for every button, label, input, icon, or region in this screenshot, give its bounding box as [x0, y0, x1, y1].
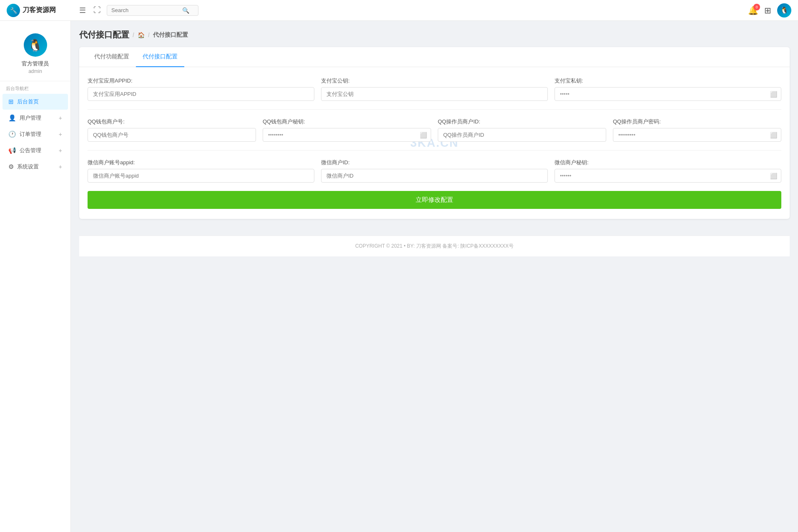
wechat-appid-label: 微信商户账号appid: — [88, 159, 314, 166]
sidebar-label-settings: 系统设置 — [17, 163, 39, 171]
qq-secret-input[interactable] — [263, 128, 431, 142]
qq-row: QQ钱包商户号: QQ钱包商户秘钥: ⬜ QQ操作员商户ID: — [88, 118, 781, 142]
qq-operator-pwd-toggle[interactable]: ⬜ — [770, 132, 777, 138]
header-right: 🔔 0 ⊞ 🐧 — [748, 3, 791, 18]
main-content: 代付接口配置 / 🏠 / 代付接口配置 代付功能配置 代付接口配置 3KA.CN… — [71, 21, 798, 532]
wechat-merchant-id-group: 微信商户ID: — [321, 159, 548, 183]
sidebar-item-settings[interactable]: ⚙ 系统设置 + — [3, 159, 68, 175]
sidebar-item-left: 📢 公告管理 — [8, 147, 41, 154]
wechat-merchant-id-label: 微信商户ID: — [321, 159, 548, 166]
qq-operator-pwd-input[interactable] — [613, 128, 781, 142]
wechat-secret-group: 微信商户秘钥: ⬜ — [555, 159, 781, 183]
wechat-secret-label: 微信商户秘钥: — [555, 159, 781, 166]
grid-icon: ⊞ — [764, 6, 771, 15]
wechat-secret-input[interactable] — [555, 169, 781, 183]
divider-1 — [88, 109, 781, 110]
sidebar-username: 官方管理员 — [22, 60, 49, 68]
orders-expand-icon[interactable]: + — [59, 131, 62, 138]
orders-icon: 🕐 — [8, 130, 16, 138]
footer-text: COPYRIGHT © 2021 • BY: 刀客资源网 备案号: 陕ICP备X… — [355, 243, 514, 249]
alipay-appid-input[interactable] — [88, 87, 314, 101]
breadcrumb: 代付接口配置 / 🏠 / 代付接口配置 — [79, 29, 790, 40]
avatar-img: 🐧 — [777, 3, 791, 18]
notification-badge: 0 — [753, 4, 760, 10]
announcements-icon: 📢 — [8, 147, 16, 154]
user-avatar-header[interactable]: 🐧 — [777, 3, 791, 18]
divider-2 — [88, 150, 781, 151]
qq-secret-label: QQ钱包商户秘钥: — [263, 118, 431, 125]
sidebar-avatar: 🐧 — [24, 33, 47, 57]
config-card: 代付功能配置 代付接口配置 3KA.CN 支付宝应用APPID: 支付宝公钥: — [79, 47, 790, 219]
dashboard-icon: ⊞ — [8, 98, 14, 105]
settings-expand-icon[interactable]: + — [59, 163, 62, 170]
wechat-appid-input[interactable] — [88, 169, 314, 183]
alipay-pubkey-input[interactable] — [321, 87, 548, 101]
sidebar-item-left: ⊞ 后台首页 — [8, 98, 39, 105]
sidebar-item-left: ⚙ 系统设置 — [8, 163, 39, 171]
alipay-privkey-input[interactable] — [555, 87, 781, 101]
qq-secret-toggle[interactable]: ⬜ — [420, 132, 427, 138]
sidebar-label-dashboard: 后台首页 — [17, 98, 39, 105]
search-box: 🔍 — [107, 5, 198, 16]
header-controls: ☰ ⛶ 🔍 — [78, 4, 748, 17]
grid-menu[interactable]: ⊞ — [764, 5, 771, 15]
sidebar-item-users[interactable]: 👤 用户管理 + — [3, 110, 68, 126]
search-icon: 🔍 — [182, 7, 189, 14]
alipay-appid-label: 支付宝应用APPID: — [88, 77, 314, 85]
qq-operator-pwd-label: QQ操作员商户密码: — [613, 118, 781, 125]
sidebar-item-orders[interactable]: 🕐 订单管理 + — [3, 126, 68, 142]
alipay-privkey-toggle[interactable]: ⬜ — [770, 91, 777, 98]
sidebar-user: 🐧 官方管理员 admin — [0, 25, 70, 81]
sidebar-label-orders: 订单管理 — [20, 130, 41, 138]
logo-icon: 🔧 — [7, 4, 20, 17]
sidebar-item-announcements[interactable]: 📢 公告管理 + — [3, 143, 68, 158]
qq-secret-group: QQ钱包商户秘钥: ⬜ — [263, 118, 431, 142]
users-icon: 👤 — [8, 114, 16, 122]
breadcrumb-title: 代付接口配置 — [79, 29, 129, 40]
alipay-pubkey-label: 支付宝公钥: — [321, 77, 548, 85]
sidebar: 🐧 官方管理员 admin 后台导航栏 ⊞ 后台首页 👤 用户管理 + 🕐 订单… — [0, 21, 71, 532]
layout: 🐧 官方管理员 admin 后台导航栏 ⊞ 后台首页 👤 用户管理 + 🕐 订单… — [0, 21, 798, 532]
breadcrumb-current: 代付接口配置 — [153, 31, 188, 39]
search-input[interactable] — [111, 7, 182, 13]
qq-merchant-input[interactable] — [88, 128, 256, 142]
breadcrumb-sep2: / — [148, 32, 150, 38]
breadcrumb-home[interactable]: 🏠 — [138, 32, 145, 38]
footer: COPYRIGHT © 2021 • BY: 刀客资源网 备案号: 陕ICP备X… — [79, 236, 790, 256]
qq-merchant-label: QQ钱包商户号: — [88, 118, 256, 125]
sidebar-item-dashboard[interactable]: ⊞ 后台首页 — [3, 94, 68, 110]
wechat-merchant-id-input[interactable] — [321, 169, 548, 183]
notification-bell[interactable]: 🔔 0 — [748, 5, 758, 15]
wechat-appid-group: 微信商户账号appid: — [88, 159, 314, 183]
qq-operator-id-input[interactable] — [438, 128, 606, 142]
tab-interface[interactable]: 代付接口配置 — [136, 47, 184, 67]
menu-toggle-icon[interactable]: ☰ — [78, 4, 88, 17]
wechat-secret-toggle[interactable]: ⬜ — [770, 173, 777, 179]
wechat-row: 微信商户账号appid: 微信商户ID: 微信商户秘钥: ⬜ — [88, 159, 781, 183]
submit-button[interactable]: 立即修改配置 — [88, 191, 781, 209]
wechat-secret-wrap: ⬜ — [555, 169, 781, 183]
site-name: 刀客资源网 — [23, 6, 56, 15]
alipay-privkey-wrap: ⬜ — [555, 87, 781, 101]
logo: 🔧 刀客资源网 — [7, 4, 78, 17]
qq-operator-pwd-group: QQ操作员商户密码: ⬜ — [613, 118, 781, 142]
settings-icon: ⚙ — [8, 163, 14, 171]
alipay-privkey-group: 支付宝私钥: ⬜ — [555, 77, 781, 101]
header: 🔧 刀客资源网 ☰ ⛶ 🔍 🔔 0 ⊞ 🐧 — [0, 0, 798, 21]
alipay-privkey-label: 支付宝私钥: — [555, 77, 781, 85]
qq-secret-wrap: ⬜ — [263, 128, 431, 142]
qq-operator-pwd-wrap: ⬜ — [613, 128, 781, 142]
sidebar-item-left: 🕐 订单管理 — [8, 130, 41, 138]
breadcrumb-sep1: / — [133, 32, 134, 38]
users-expand-icon[interactable]: + — [59, 115, 62, 121]
announcements-expand-icon[interactable]: + — [59, 147, 62, 154]
tab-function[interactable]: 代付功能配置 — [88, 47, 136, 67]
alipay-pubkey-group: 支付宝公钥: — [321, 77, 548, 101]
sidebar-nav-label: 后台导航栏 — [0, 81, 70, 93]
fullscreen-icon[interactable]: ⛶ — [92, 4, 103, 16]
sidebar-role: admin — [28, 68, 42, 74]
sidebar-item-left: 👤 用户管理 — [8, 114, 41, 122]
qq-operator-id-group: QQ操作员商户ID: — [438, 118, 606, 142]
tabs: 代付功能配置 代付接口配置 — [79, 47, 790, 67]
alipay-appid-group: 支付宝应用APPID: — [88, 77, 314, 101]
